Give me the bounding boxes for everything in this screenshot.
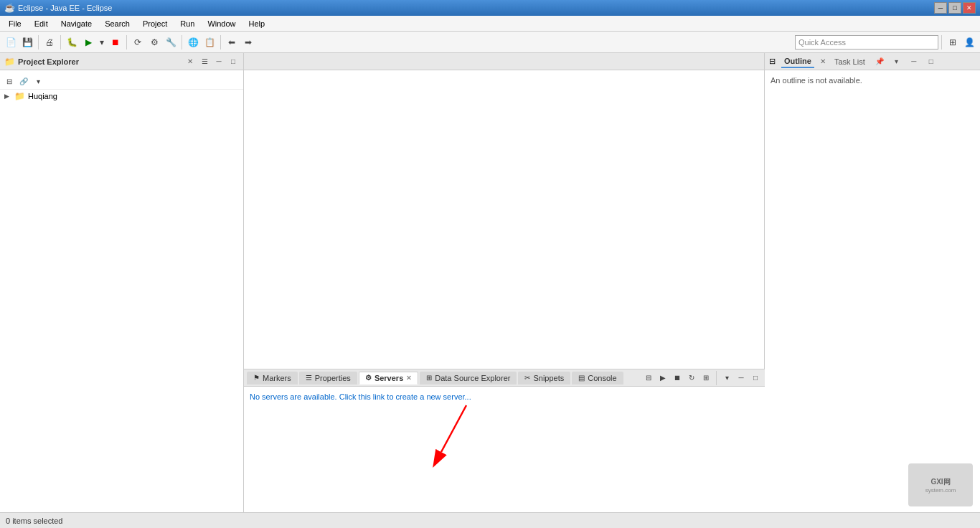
project-explorer-icon: 📁 [4,57,15,67]
editor-tab-bar [244,53,764,70]
menu-window[interactable]: Window [202,18,241,29]
menu-project[interactable]: Project [137,18,173,29]
servers-close-icon[interactable]: ✕ [406,374,412,382]
project-explorer-header: 📁 Project Explorer ✕ ☰ ─ □ [0,53,243,70]
tab-properties[interactable]: ☰ Properties [299,372,357,385]
markers-icon: ⚑ [253,374,260,382]
toolbar-separator-6 [941,35,942,50]
tab-servers[interactable]: ⚙ Servers ✕ [359,372,418,385]
toolbar-btn-10[interactable]: ⬅ [224,34,240,50]
bottom-maximize[interactable]: □ [749,372,762,385]
outline-tab[interactable]: Outline [781,55,814,68]
bottom-area: ⚑ Markers ☰ Properties ⚙ Servers ✕ ⊞ D [244,369,765,512]
servers-content: No servers are available. Click this lin… [244,387,765,512]
menu-edit[interactable]: Edit [29,18,54,29]
window-controls: ─ □ ✕ [934,2,976,14]
bottom-toolbar-btn4[interactable]: ↻ [685,372,698,385]
properties-label: Properties [315,374,351,382]
editor-content[interactable] [244,70,764,369]
minimize-panel-icon[interactable]: ─ [213,56,225,67]
task-list-tab[interactable]: Task List [831,56,868,67]
tab-data-source-explorer[interactable]: ⊞ Data Source Explorer [420,372,517,385]
menu-help[interactable]: Help [243,18,271,29]
collapse-all-btn[interactable]: ⊟ [3,75,16,88]
toolbar-btn-7[interactable]: 🔧 [163,34,179,50]
menu-search[interactable]: Search [99,18,136,29]
print-button[interactable]: 🖨 [42,34,57,50]
servers-label: Servers [374,374,403,382]
tree-arrow-icon: ▶ [4,93,11,100]
outline-close-icon[interactable]: ✕ [820,57,826,65]
console-icon: ▤ [578,374,585,382]
outline-panel: ⊟ Outline ✕ Task List 📌 ▾ ─ □ An outline… [765,53,980,512]
bottom-toolbar-btn5[interactable]: ⊞ [699,372,712,385]
toolbar-btn-5[interactable]: ⟳ [130,34,146,50]
save-button[interactable]: 💾 [19,34,35,50]
maximize-panel-icon[interactable]: □ [227,56,239,67]
toolbar-btn-9[interactable]: 📋 [202,34,217,50]
view-menu-icon[interactable]: ☰ [199,56,210,67]
view-menu-btn[interactable]: ▾ [32,75,44,88]
outline-minimize[interactable]: ─ [908,56,920,67]
menu-run[interactable]: Run [174,18,200,29]
outline-view-menu[interactable]: ▾ [891,56,903,67]
close-button[interactable]: ✕ [963,2,976,14]
properties-icon: ☰ [306,374,312,382]
perspective-button[interactable]: ⊞ [945,34,961,50]
run-dropdown[interactable]: ▾ [97,34,107,50]
outline-maximize[interactable]: □ [925,56,937,67]
toolbar-separator-1 [38,35,39,50]
toolbar-btn-8[interactable]: 🌐 [185,34,201,50]
outline-header: ⊟ Outline ✕ Task List 📌 ▾ ─ □ [765,53,980,70]
outline-content: An outline is not available. [765,70,980,90]
menu-navigate[interactable]: Navigate [55,18,98,29]
watermark-text: GXI网 [930,477,950,487]
debug-button[interactable]: 🐛 [64,34,80,50]
run-button[interactable]: ▶ [80,34,96,50]
project-explorer-content: ⊟ 🔗 ▾ ▶ 📁 Huqiang [0,70,243,512]
toolbar-btn-11[interactable]: ➡ [240,34,256,50]
toolbar-btn-6[interactable]: ⚙ [146,34,162,50]
toolbar-separator-3 [126,35,127,50]
bottom-view-menu[interactable]: ▾ [720,372,733,385]
explorer-toolbar: ⊟ 🔗 ▾ [0,73,243,90]
datasource-icon: ⊞ [426,374,432,382]
watermark: GXI网 system.com [908,463,973,506]
console-label: Console [588,374,616,382]
project-explorer-close-icon[interactable]: ✕ [184,56,196,67]
bottom-minimize[interactable]: ─ [735,372,748,385]
menu-file[interactable]: File [3,18,27,29]
maximize-button[interactable]: □ [948,2,961,14]
create-server-link[interactable]: No servers are available. Click this lin… [250,392,471,401]
tab-markers[interactable]: ⚑ Markers [247,372,298,385]
tab-console[interactable]: ▤ Console [572,372,623,385]
servers-icon: ⚙ [365,374,372,382]
status-message: 0 items selected [6,517,62,525]
menu-bar: File Edit Navigate Search Project Run Wi… [0,16,980,32]
project-tree-item[interactable]: ▶ 📁 Huqiang [0,90,243,103]
watermark-subtext: system.com [925,487,956,494]
bottom-toolbar-btn1[interactable]: ⊟ [642,372,655,385]
status-bar: 0 items selected [0,512,980,528]
toolbar-separator-4 [182,35,182,50]
title-bar-text: Eclipse - Java EE - Eclipse [18,4,934,12]
toolbar: 📄 💾 🖨 🐛 ▶ ▾ ⏹ ⟳ ⚙ 🔧 🌐 📋 ⬅ ➡ Quick Access… [0,32,980,53]
quick-access-label: Quick Access [798,38,846,47]
work-area: 📁 Project Explorer ✕ ☰ ─ □ ⊟ 🔗 ▾ ▶ 📁 Huq… [0,53,980,512]
project-explorer-title: Project Explorer [18,57,182,66]
outline-pin-icon[interactable]: 📌 [874,56,885,67]
bottom-toolbar-btn2[interactable]: ▶ [656,372,669,385]
new-button[interactable]: 📄 [3,34,19,50]
toolbar-separator-5 [220,35,221,50]
stop-button[interactable]: ⏹ [108,34,123,50]
quick-access-box[interactable]: Quick Access [795,35,938,50]
link-with-editor-btn[interactable]: 🔗 [17,75,30,88]
project-name: Huqiang [28,92,57,100]
bottom-toolbar-btn3[interactable]: ⏹ [671,372,684,385]
snippets-icon: ✂ [524,374,530,382]
toolbar-separator-2 [60,35,61,50]
tab-snippets[interactable]: ✂ Snippets [518,372,570,385]
main-layout: 📁 Project Explorer ✕ ☰ ─ □ ⊟ 🔗 ▾ ▶ 📁 Huq… [0,53,980,512]
perspective-btn2[interactable]: 👤 [961,34,977,50]
minimize-button[interactable]: ─ [934,2,947,14]
